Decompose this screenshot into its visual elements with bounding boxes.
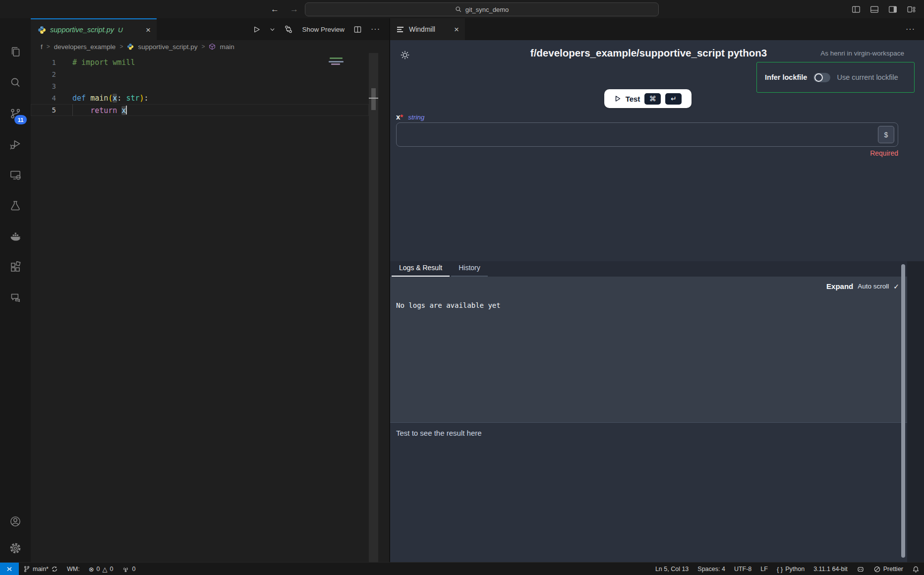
run-python-file-icon[interactable] [252,25,261,34]
customize-layout-icon[interactable] [906,4,916,14]
git-branch-status[interactable]: main* [19,563,62,575]
encoding-status[interactable]: UTF-8 [730,563,756,575]
variable-picker-button[interactable]: $ [878,126,894,143]
lockfile-toggle[interactable] [813,73,830,82]
windmill-tab-label: Windmill [409,25,435,33]
code-line-current: 5 return x [31,104,369,116]
copilot-icon [857,565,865,573]
breadcrumb-file[interactable]: supportive_script.py [138,43,197,51]
tab-history[interactable]: History [451,262,488,277]
code-token: : [144,94,149,103]
tab-windmill[interactable]: Windmill × [390,18,465,40]
editor-scrollbar-thumb[interactable] [371,88,376,110]
scm-badge: 11 [14,115,27,124]
sidebar-item-docker[interactable] [0,225,31,248]
sidebar-item-remote-explorer[interactable] [0,163,31,187]
language-label: Python [785,566,805,573]
windmill-webview: f/developers_example/supportive_script p… [390,40,924,562]
editor-scrollbar[interactable] [369,53,378,562]
windmill-status[interactable]: WM: [62,563,84,575]
search-icon [455,6,462,13]
sidebar-item-extensions[interactable] [0,255,31,279]
remote-indicator[interactable] [0,563,19,575]
text-cursor [126,106,127,115]
code-line: 2 [31,68,389,80]
settings-gear-icon[interactable] [8,541,22,555]
run-debug-icon [8,137,22,151]
windmill-panel: Windmill × ··· f/developers_example/supp… [390,18,924,562]
webview-scrollbar-thumb[interactable] [901,264,905,558]
logs-pane: Expand Auto scroll ✓ No logs are availab… [390,277,907,422]
toggle-panel-icon[interactable] [869,4,879,14]
remote-icon [5,565,13,573]
tab-supportive-script[interactable]: supportive_script.py U × [31,18,157,40]
split-editor-icon[interactable] [353,25,362,34]
python-file-icon [38,26,46,34]
comments-icon [8,291,22,305]
line-number: 4 [31,94,56,102]
python-interpreter-status[interactable]: 3.11.1 64-bit [809,563,852,575]
code-token: def [72,94,90,103]
breadcrumb-folder[interactable]: developers_example [54,43,116,51]
argument-label: x*string [396,113,424,121]
navigate-forward-icon[interactable]: → [290,4,298,14]
code-token: return [90,106,117,115]
editor-tab-bar: supportive_script.py U × Show Preview [31,18,389,40]
close-tab-icon[interactable]: × [146,26,151,34]
enter-key-icon: ↵ [665,93,682,105]
compare-changes-icon[interactable] [284,24,293,34]
code-line: 4 def main(x: str): [31,92,389,104]
toggle-sidebar-icon[interactable] [851,4,861,14]
ports-status[interactable]: 0 [117,563,140,575]
breadcrumb-root[interactable]: f [41,43,43,51]
cursor-position-status[interactable]: Ln 5, Col 13 [651,563,693,575]
run-dropdown-chevron-icon[interactable] [270,27,275,32]
problems-status[interactable]: ⊗ 0 △ 0 [84,563,118,575]
notifications-status[interactable] [908,563,924,575]
indentation-status[interactable]: Spaces: 4 [693,563,730,575]
tab-logs-result[interactable]: Logs & Result [392,262,450,277]
close-tab-icon[interactable]: × [454,25,459,34]
error-icon: ⊗ [89,566,94,573]
test-button[interactable]: Test ⌘ ↵ [604,89,692,108]
show-preview-button[interactable]: Show Preview [302,26,345,33]
command-center-search[interactable]: git_sync_demo [305,2,659,16]
editor-toolbar: Show Preview ··· [252,18,389,40]
broadcast-icon [122,566,129,573]
sidebar-item-search[interactable] [0,71,31,95]
search-icon [8,76,22,90]
sidebar-item-source-control[interactable]: 11 [0,102,31,125]
sidebar-item-comments[interactable] [0,286,31,310]
language-mode-status[interactable]: { } Python [772,563,809,575]
editor-more-actions-icon[interactable]: ··· [371,25,380,34]
flask-icon [8,199,22,213]
minimap-line-mark [329,61,344,62]
argument-x-input[interactable] [396,122,898,147]
play-icon [614,95,621,102]
title-bar: ← → git_sync_demo [0,0,924,18]
line-number: 5 [31,106,56,114]
encoding-label: UTF-8 [734,566,751,573]
account-icon[interactable] [8,515,22,528]
extensions-icon [8,260,22,274]
vscode-window: ← → git_sync_demo [0,0,924,575]
formatter-status[interactable]: Prettier [869,563,908,575]
auto-scroll-label[interactable]: Auto scroll [858,283,889,290]
sidebar-item-run-debug[interactable] [0,132,31,156]
status-bar: main* WM: ⊗ 0 △ 0 0 [0,562,924,575]
eol-status[interactable]: LF [756,563,772,575]
sidebar-item-testing[interactable] [0,194,31,218]
formatter-label: Prettier [883,566,903,573]
symbol-cube-icon [209,43,216,50]
code-editor[interactable]: 1 # import wmill 2 3 4 def main(x: str):… [31,57,389,116]
panel-more-actions-icon[interactable]: ··· [906,25,915,34]
breadcrumb-symbol[interactable]: main [220,43,234,51]
sidebar-item-explorer[interactable] [0,40,31,64]
auto-scroll-check-icon[interactable]: ✓ [893,283,899,290]
code-token [117,106,121,115]
copilot-status[interactable] [852,563,869,575]
branch-name: main* [33,566,49,573]
toggle-secondary-sidebar-icon[interactable] [888,4,898,14]
navigate-back-icon[interactable]: ← [271,4,279,14]
expand-logs-button[interactable]: Expand [826,282,853,290]
